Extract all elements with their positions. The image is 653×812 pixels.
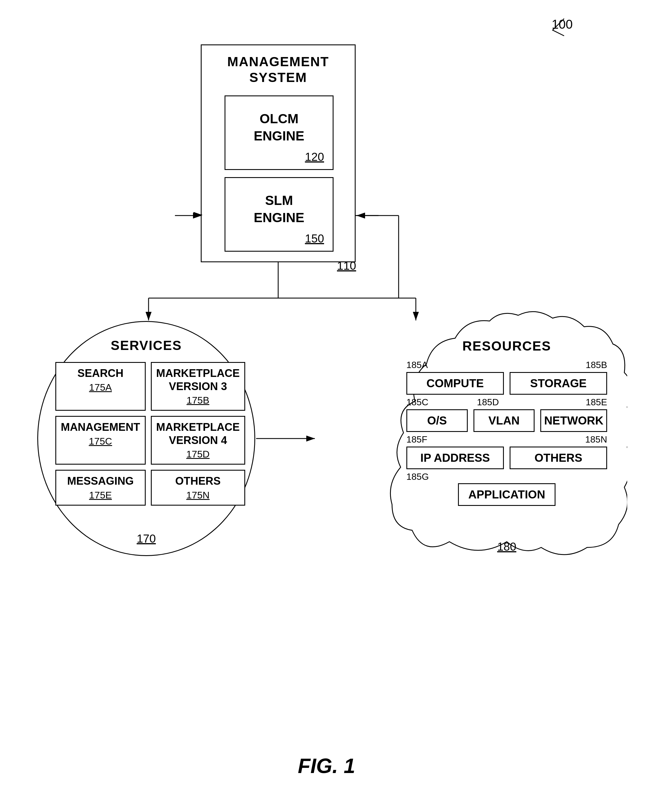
- resources-ref: 180: [389, 540, 624, 553]
- service-item-marketplace-v3: MARKETPLACE VERSION 3 175B: [151, 362, 245, 411]
- ref-185e: 185E: [542, 397, 607, 408]
- ref-185c: 185C: [406, 397, 472, 408]
- figure-label: FIG. 1: [298, 754, 355, 778]
- resource-compute: COMPUTE: [406, 372, 504, 395]
- ref-185a: 185A: [406, 360, 506, 370]
- diagram-container: 100 MANAGEMENT SYSTEM OLCM ENGINE 120 SL…: [0, 0, 653, 812]
- management-system-box: MANAGEMENT SYSTEM OLCM ENGINE 120 SLM EN…: [201, 44, 356, 262]
- slm-engine-box: SLM ENGINE 150: [225, 177, 333, 252]
- service-messaging-ref: 175E: [61, 490, 140, 501]
- service-item-search: SEARCH 175A: [55, 362, 146, 411]
- olcm-ref: 120: [305, 151, 324, 163]
- resource-os: O/S: [406, 409, 468, 432]
- services-label: SERVICES: [38, 337, 254, 353]
- service-item-others: OTHERS 175N: [151, 470, 245, 505]
- service-marketplace-v3-ref: 175B: [156, 395, 240, 406]
- service-marketplace-v4-name: MARKETPLACE VERSION 4: [156, 421, 240, 447]
- service-search-ref: 175A: [61, 382, 140, 393]
- slm-engine-label: SLM ENGINE: [225, 192, 333, 226]
- ref-100-bracket-icon: [546, 16, 568, 39]
- resource-storage: STORAGE: [509, 372, 607, 395]
- resource-vlan: VLAN: [474, 409, 535, 432]
- service-item-management: MANAGEMENT 175C: [55, 416, 146, 465]
- resource-ip-address: IP ADDRESS: [406, 447, 504, 469]
- ref-185n: 185N: [508, 434, 607, 445]
- olcm-engine-label: OLCM ENGINE: [225, 110, 333, 145]
- service-marketplace-v4-ref: 175D: [156, 449, 240, 460]
- service-item-messaging: MESSAGING 175E: [55, 470, 146, 505]
- service-others-name: OTHERS: [175, 475, 220, 487]
- resources-label: RESOURCES: [389, 338, 624, 354]
- service-search-name: SEARCH: [77, 367, 123, 379]
- slm-ref: 150: [305, 232, 324, 245]
- mgmt-system-ref: 110: [337, 259, 356, 272]
- management-system-label: MANAGEMENT SYSTEM: [202, 54, 355, 85]
- service-management-name: MANAGEMENT: [61, 421, 140, 433]
- services-circle: SERVICES SEARCH 175A MARKETPLACE VERSION…: [37, 321, 255, 556]
- services-grid: SEARCH 175A MARKETPLACE VERSION 3 175B M…: [55, 362, 237, 505]
- ref-185f: 185F: [406, 434, 506, 445]
- resource-network: NETWORK: [540, 409, 607, 432]
- service-item-marketplace-v4: MARKETPLACE VERSION 4 175D: [151, 416, 245, 465]
- services-ref: 170: [38, 532, 254, 545]
- resource-grid: 185A 185B COMPUTE STORAGE: [406, 360, 607, 508]
- service-management-ref: 175C: [61, 436, 140, 447]
- resource-application: APPLICATION: [458, 483, 555, 506]
- resources-container: RESOURCES 185A 185B COMPUTE STORAGE: [389, 313, 624, 559]
- ref-185b: 185B: [508, 360, 607, 370]
- ref-185g: 185G: [406, 472, 607, 482]
- service-others-ref: 175N: [156, 490, 240, 501]
- ref-185d: 185D: [477, 397, 540, 408]
- service-marketplace-v3-name: MARKETPLACE VERSION 3: [156, 367, 240, 393]
- resource-others: OTHERS: [509, 447, 607, 469]
- service-messaging-name: MESSAGING: [67, 475, 134, 487]
- olcm-engine-box: OLCM ENGINE 120: [225, 95, 333, 170]
